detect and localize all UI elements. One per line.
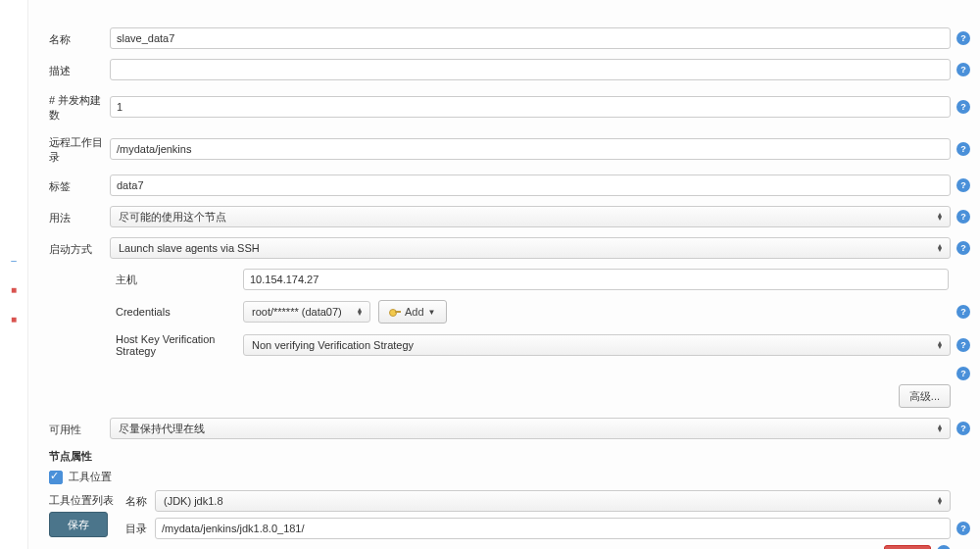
tool-locations-checkbox[interactable] [49,471,63,484]
help-usage-icon[interactable]: ? [956,210,970,224]
label-description: 描述 [49,61,110,78]
help-launch-method-icon[interactable]: ? [956,241,970,255]
chevron-updown-icon: ▲▼ [356,308,364,316]
help-tool-delete-icon[interactable]: ? [937,545,951,549]
help-credentials-icon[interactable]: ? [956,305,970,319]
tool-locations-checkbox-label: 工具位置 [69,470,112,484]
label-host-key-strategy: Host Key Verification Strategy [116,333,243,357]
help-tool-home-icon[interactable]: ? [956,522,970,535]
label-name: 名称 [49,29,110,47]
help-host-key-strategy-icon[interactable]: ? [956,338,970,352]
help-executors-icon[interactable]: ? [956,100,970,114]
help-remote-root-icon[interactable]: ? [956,142,970,156]
help-labels-icon[interactable]: ? [956,178,970,192]
section-node-properties: 节点属性 [49,449,970,464]
labels-input[interactable] [110,175,951,196]
save-button-label: 保存 [68,519,89,530]
left-sidebar: – ■ ■ [0,0,28,549]
chevron-updown-icon: ▲▼ [936,497,944,505]
sidebar-warning-icon-1[interactable]: ■ [0,279,27,299]
label-host: 主机 [116,273,243,287]
chevron-updown-icon: ▲▼ [936,341,944,349]
caret-down-icon: ▼ [428,308,436,317]
credentials-select-value: root/****** (data07) [252,306,342,318]
label-launch-method: 启动方式 [49,239,110,257]
tool-home-input[interactable] [155,518,951,539]
chevron-updown-icon: ▲▼ [936,213,944,221]
label-usage: 用法 [49,208,110,225]
help-availability-icon[interactable]: ? [956,422,970,435]
label-credentials: Credentials [116,306,243,318]
launch-method-select-value: Launch slave agents via SSH [119,242,260,254]
label-remote-root: 远程工作目录 [49,132,110,165]
label-tool-home: 目录 [125,522,155,536]
sidebar-warning-icon-2[interactable]: ■ [0,309,27,328]
label-tool-list: 工具位置列表 [49,490,125,508]
help-name-icon[interactable]: ? [956,31,970,45]
host-input[interactable] [243,269,949,290]
usage-select-value: 尽可能的使用这个节点 [119,211,226,223]
advanced-button-label: 高级... [909,389,940,404]
save-button[interactable]: 保存 [49,512,108,537]
availability-select-value: 尽量保持代理在线 [119,423,205,434]
credentials-select[interactable]: root/****** (data07) ▲▼ [243,301,370,323]
tool-name-select-value: (JDK) jdk1.8 [164,495,223,507]
availability-select[interactable]: 尽量保持代理在线 ▲▼ [110,418,951,439]
add-credentials-button[interactable]: Add ▼ [378,300,447,324]
label-labels: 标签 [49,176,110,194]
label-executors: # 并发构建数 [49,90,110,123]
help-description-icon[interactable]: ? [956,63,970,76]
chevron-updown-icon: ▲▼ [936,244,944,252]
advanced-button[interactable]: 高级... [899,384,951,408]
name-input[interactable] [110,27,951,49]
executors-input[interactable] [110,96,951,118]
host-key-strategy-select-value: Non verifying Verification Strategy [252,339,414,351]
node-config-form: 名称 ? 描述 ? # 并发构建数 ? 远程工作目录 [49,27,970,549]
delete-tool-button[interactable]: 删除 [884,545,931,549]
usage-select[interactable]: 尽可能的使用这个节点 ▲▼ [110,206,951,227]
tool-name-select[interactable]: (JDK) jdk1.8 ▲▼ [155,490,951,512]
launch-method-select[interactable]: Launch slave agents via SSH ▲▼ [110,237,951,259]
key-icon [389,307,401,317]
label-tool-name: 名称 [125,494,155,509]
add-credentials-label: Add [405,306,424,318]
chevron-updown-icon: ▲▼ [936,424,944,432]
collapse-handle-icon[interactable]: – [0,250,27,270]
label-availability: 可用性 [49,420,110,437]
description-input[interactable] [110,59,951,80]
host-key-strategy-select[interactable]: Non verifying Verification Strategy ▲▼ [243,334,951,356]
help-ssh-extra-icon[interactable]: ? [956,367,970,380]
remote-root-input[interactable] [110,138,951,160]
